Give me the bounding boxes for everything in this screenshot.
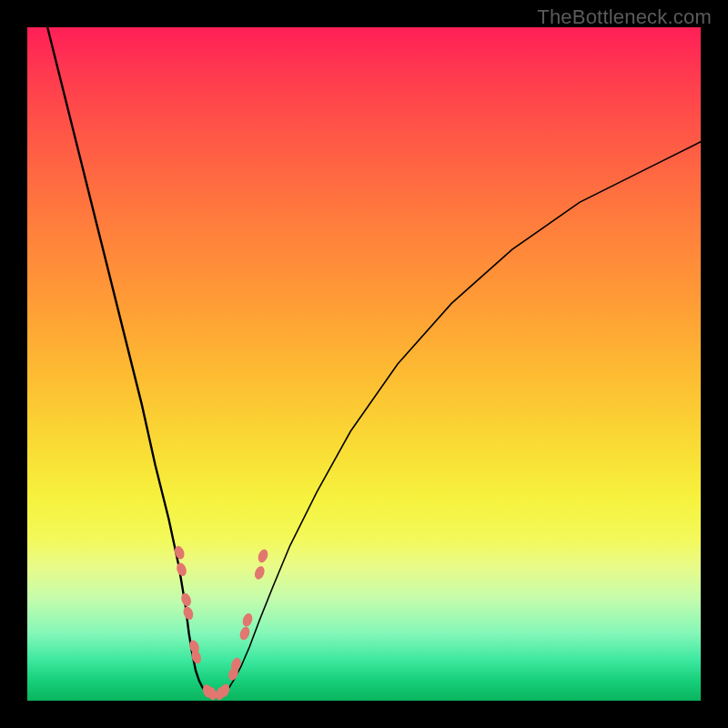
right-branch-curve <box>223 142 701 694</box>
nodule <box>179 592 193 608</box>
watermark-text: TheBottleneck.com <box>537 5 712 29</box>
nodule <box>257 548 270 564</box>
nodule <box>241 612 255 628</box>
plot-area <box>27 27 701 701</box>
chart-frame: TheBottleneck.com <box>0 0 728 728</box>
curve-layer <box>27 27 701 701</box>
nodule <box>182 605 196 622</box>
nodule <box>253 565 267 581</box>
nodule <box>175 561 188 578</box>
nodule <box>238 625 252 642</box>
